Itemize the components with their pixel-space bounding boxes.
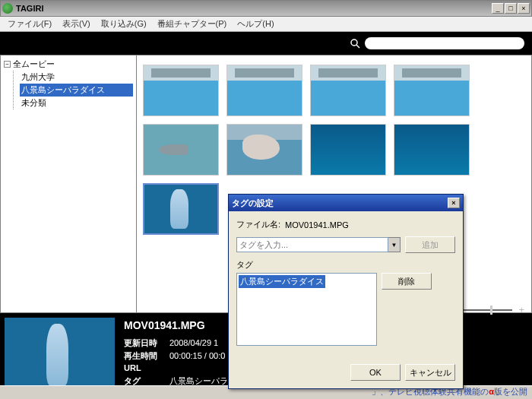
meta-url-label: URL [124,362,169,375]
menu-file[interactable]: ファイル(F) [3,17,56,31]
dialog-close-button[interactable]: × [448,198,460,208]
meta-duration-value: 00:00:15 / 00:0 [169,351,225,360]
thumbnail[interactable] [394,65,470,116]
svg-line-1 [356,45,359,48]
tree-item[interactable]: 八景島シーパラダイス [20,84,133,97]
tag-input[interactable] [236,237,388,252]
tree-item[interactable]: 未分類 [20,97,133,109]
thumbnail[interactable] [310,65,386,116]
tree-toggle-icon[interactable]: − [4,61,11,68]
tag-list-label: タグ [236,259,455,271]
thumbnail[interactable] [143,124,219,176]
ok-button[interactable]: OK [350,364,401,381]
dialog-title: タグの設定 [232,198,448,209]
maximize-button[interactable]: □ [505,3,517,14]
app-icon [2,3,13,14]
tag-settings-dialog: タグの設定 × ファイル名: MOV01941.MPG ▼ 追加 タグ 八景島シ… [228,194,464,389]
tree-root-label[interactable]: 全ムービー [13,59,55,70]
thumbnail[interactable] [226,124,302,176]
svg-point-0 [351,40,357,46]
window-title: TAGIRI [16,4,492,13]
dropdown-button[interactable]: ▼ [388,237,401,252]
menu-view[interactable]: 表示(V) [58,17,95,31]
menu-help[interactable]: ヘルプ(H) [233,17,278,31]
meta-updated-label: 更新日時 [124,337,169,350]
add-tag-button[interactable]: 追加 [405,236,455,253]
sidebar-tree: − 全ムービー 九州大学 八景島シーパラダイス 未分類 [0,55,137,313]
tree-item[interactable]: 九州大学 [20,71,133,84]
thumbnail[interactable] [394,124,470,176]
delete-tag-button[interactable]: 削除 [382,273,432,290]
close-button[interactable]: × [518,3,530,14]
search-icon [350,38,360,49]
zoom-in-icon[interactable]: + [518,304,524,315]
menu-chapter[interactable]: 番組チャプター(P) [153,17,232,31]
meta-updated-value: 2008/04/29 1 [169,338,218,347]
meta-duration-label: 再生時間 [124,350,169,363]
menubar: ファイル(F) 表示(V) 取り込み(G) 番組チャプター(P) ヘルプ(H) [0,17,532,32]
toolbar [0,32,532,55]
thumbnail[interactable] [310,124,386,176]
thumbnail-selected[interactable] [143,183,219,235]
thumbnail[interactable] [226,65,302,116]
titlebar: TAGIRI _ □ × [0,0,532,17]
tag-list-item[interactable]: 八景島シーパラダイス [239,275,325,288]
preview-thumbnail [5,318,115,392]
dialog-file-label: ファイル名: [236,219,280,230]
tag-listbox[interactable]: 八景島シーパラダイス [236,273,377,346]
dialog-filename: MOV01941.MPG [285,220,349,230]
search-input[interactable] [365,37,524,49]
dialog-titlebar[interactable]: タグの設定 × [229,195,463,211]
cancel-button[interactable]: キャンセル [405,364,455,381]
minimize-button[interactable]: _ [492,3,504,14]
thumbnail[interactable] [143,65,219,116]
menu-import[interactable]: 取り込み(G) [97,17,151,31]
